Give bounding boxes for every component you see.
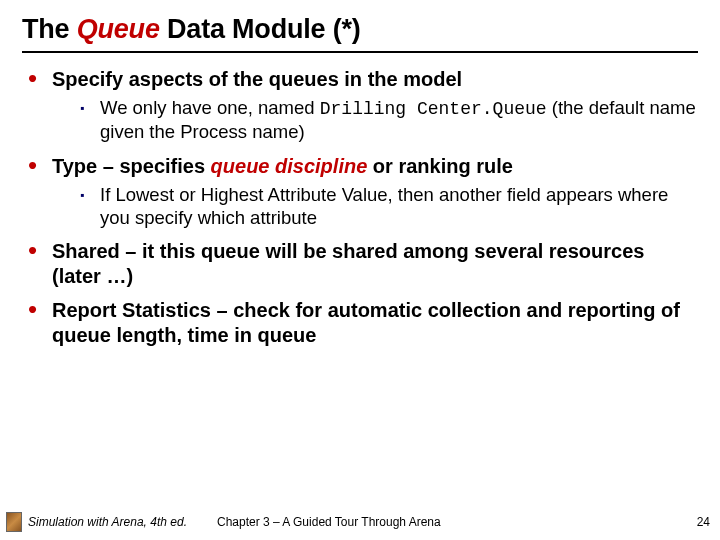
bullet-text: Report Statistics – check for automatic … — [52, 299, 680, 345]
sub-text: If Lowest or Highest Attribute Value, th… — [100, 184, 668, 228]
bullet-icon: • — [28, 298, 52, 320]
bullet-text-pre: Type – specifies — [52, 155, 211, 177]
title-pre: The — [22, 14, 77, 44]
bullet-text: Shared – it this queue will be shared am… — [52, 240, 644, 286]
slide-title: The Queue Data Module (*) — [22, 14, 698, 45]
bullet-icon: • — [28, 154, 52, 176]
book-cover-icon — [6, 512, 22, 532]
bullet-icon: • — [28, 67, 52, 89]
bullet-text-post: or ranking rule — [367, 155, 513, 177]
title-rule — [22, 51, 698, 53]
sub-bullet-item: ▪ We only have one, named Drilling Cente… — [80, 97, 698, 144]
bullet-item: • Report Statistics – check for automati… — [28, 298, 698, 347]
bullet-item: • Shared – it this queue will be shared … — [28, 239, 698, 288]
bullet-item: • Type – specifies queue discipline or r… — [28, 154, 698, 230]
sub-text-pre: We only have one, named — [100, 97, 320, 118]
sub-text-mono: Drilling Center.Queue — [320, 99, 547, 119]
title-post: Data Module (*) — [160, 14, 361, 44]
title-emphasis: Queue — [77, 14, 160, 44]
sub-bullet-icon: ▪ — [80, 188, 100, 202]
sub-bullet-icon: ▪ — [80, 101, 100, 115]
footer-chapter: Chapter 3 – A Guided Tour Through Arena — [217, 515, 697, 529]
bullet-item: • Specify aspects of the queues in the m… — [28, 67, 698, 144]
sub-bullet-item: ▪ If Lowest or Highest Attribute Value, … — [80, 184, 698, 229]
footer-page: 24 — [697, 515, 710, 529]
bullet-icon: • — [28, 239, 52, 261]
bullet-text: Specify aspects of the queues in the mod… — [52, 68, 462, 90]
footer: Simulation with Arena, 4th ed. Chapter 3… — [0, 512, 720, 532]
bullet-text-em: queue discipline — [211, 155, 368, 177]
footer-book: Simulation with Arena, 4th ed. — [28, 515, 187, 529]
content: • Specify aspects of the queues in the m… — [22, 67, 698, 347]
